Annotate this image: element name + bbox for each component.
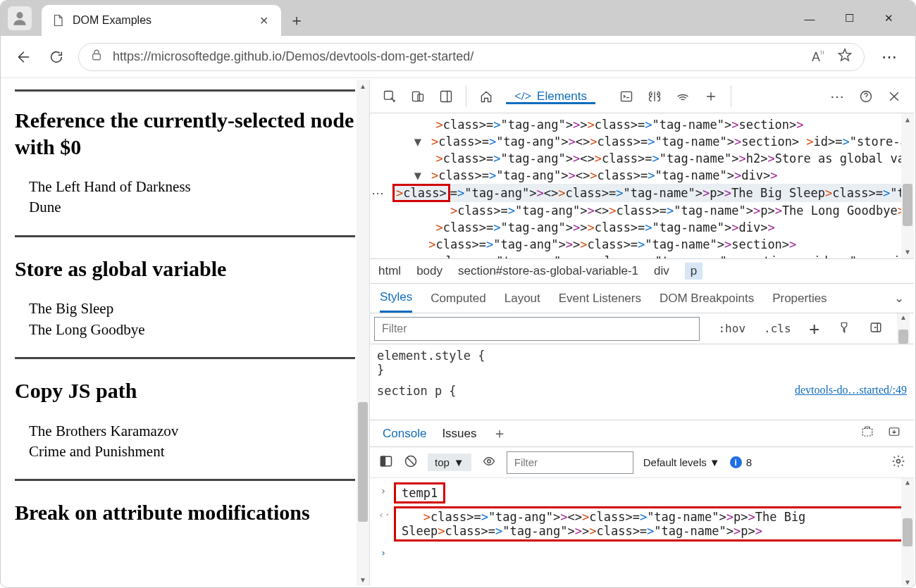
- element-style-close: }: [377, 363, 907, 377]
- dom-node[interactable]: ⋯ >class>=>"tag-ang">><>>class>=>"tag-na…: [392, 184, 901, 202]
- devtools-help-button[interactable]: [853, 84, 879, 109]
- window-minimize[interactable]: —: [800, 13, 819, 25]
- device-emulation-button[interactable]: [405, 84, 431, 109]
- cls-toggle[interactable]: .cls: [760, 322, 796, 335]
- styles-tabstrip: StylesComputedLayoutEvent ListenersDOM B…: [370, 284, 914, 313]
- chevron-down-icon: ▼: [454, 456, 464, 468]
- page-section: Break on attribute modifications: [15, 499, 355, 526]
- styles-toolbar: Filter :hov .cls + ▲: [370, 313, 914, 344]
- drawer-expand-icon[interactable]: [860, 425, 874, 442]
- address-bar[interactable]: https://microsoftedge.github.io/Demos/de…: [78, 43, 865, 71]
- toggle-common-rendering-icon[interactable]: [834, 321, 855, 337]
- styles-tab[interactable]: Properties: [772, 292, 827, 306]
- page-icon: [51, 13, 64, 28]
- console-panel-button[interactable]: [614, 84, 639, 109]
- css-selector: section p {: [377, 384, 457, 398]
- code-icon: </>: [514, 89, 531, 104]
- browser-tab-active[interactable]: DOM Examples ✕: [42, 5, 281, 36]
- window-maximize[interactable]: ☐: [839, 12, 859, 25]
- scroll-up-icon[interactable]: ▲: [357, 80, 369, 92]
- clear-console-button[interactable]: [404, 454, 418, 470]
- dom-node[interactable]: >class>=>"tag-ang">>>>class>=>"tag-name"…: [392, 219, 901, 236]
- styles-tab[interactable]: Computed: [431, 292, 485, 306]
- window-close[interactable]: ✕: [879, 12, 898, 25]
- breadcrumb-item[interactable]: div: [654, 264, 669, 278]
- breadcrumb-item[interactable]: section#store-as-global-variable-1: [458, 264, 638, 278]
- breadcrumb-item[interactable]: p: [685, 263, 703, 280]
- dock-side-button[interactable]: [433, 84, 459, 109]
- computed-sidebar-toggle-icon[interactable]: [865, 321, 887, 337]
- list-item: The Long Goodbye: [29, 320, 355, 340]
- section-heading: Reference the currently-selected node wi…: [15, 107, 355, 160]
- live-expression-button[interactable]: [481, 455, 497, 470]
- network-panel-button[interactable]: [670, 84, 695, 109]
- dom-scrollbar[interactable]: ▲ ▼: [901, 113, 914, 258]
- styles-tab[interactable]: Styles: [380, 284, 412, 313]
- css-source-link[interactable]: devtools-do…started/:49: [795, 384, 907, 396]
- console-context-selector[interactable]: top▼: [428, 453, 471, 471]
- dom-node[interactable]: >class>=>"tag-ang">><>>class>=>"tag-name…: [392, 150, 901, 167]
- issues-counter[interactable]: i 8: [730, 456, 752, 468]
- scroll-thumb[interactable]: [358, 402, 368, 522]
- svg-rect-12: [381, 456, 385, 465]
- dom-tree[interactable]: >class>=>"tag-ang">>>>class>=>"tag-name"…: [370, 113, 914, 258]
- styles-tab[interactable]: Layout: [505, 292, 540, 306]
- dom-node[interactable]: >class>=>"tag-ang">><>>class>=>"tag-name…: [392, 202, 901, 219]
- hov-toggle[interactable]: :hov: [714, 322, 750, 335]
- dom-breadcrumb[interactable]: htmlbodysection#store-as-global-variable…: [370, 258, 914, 284]
- section-heading: Copy JS path: [15, 377, 355, 404]
- drawer-collapse-icon[interactable]: [887, 425, 901, 442]
- breadcrumb-item[interactable]: html: [378, 264, 401, 278]
- console-input-row: ›temp1: [370, 481, 914, 505]
- console-prompt[interactable]: ›: [370, 543, 914, 560]
- drawer-add-tab[interactable]: ＋: [493, 424, 507, 443]
- refresh-button[interactable]: [44, 45, 68, 69]
- page-body: Reference the currently-selected node wi…: [2, 80, 357, 586]
- styles-tab[interactable]: Event Listeners: [559, 292, 641, 306]
- info-badge-icon: i: [730, 456, 742, 468]
- url-text: https://microsoftedge.github.io/Demos/de…: [113, 49, 792, 64]
- dom-node[interactable]: >class>=>"tag-ang">>>>class>=>"tag-name"…: [392, 116, 901, 133]
- console-settings-button[interactable]: [891, 454, 905, 470]
- console-output[interactable]: ›temp1‹· >class>=>"tag-ang">><>>class>=>…: [370, 478, 914, 586]
- devtools-close-button[interactable]: [881, 84, 907, 109]
- breadcrumb-item[interactable]: body: [416, 264, 442, 278]
- styles-tabs-overflow[interactable]: ⌄: [894, 291, 904, 306]
- console-toolbar: top▼ Filter Default levels ▼ i 8: [370, 447, 914, 478]
- elements-tab[interactable]: </> Elements: [502, 89, 600, 104]
- issues-tab[interactable]: Issues: [442, 427, 476, 441]
- log-levels-selector[interactable]: Default levels ▼: [643, 456, 720, 468]
- section-heading: Break on attribute modifications: [15, 499, 355, 526]
- sources-panel-button[interactable]: [642, 84, 667, 109]
- styles-rules[interactable]: element.style { } section p { devtools-d…: [370, 344, 914, 420]
- page-scrollbar[interactable]: ▲ ▼: [357, 80, 369, 586]
- console-sidebar-toggle[interactable]: [378, 454, 394, 470]
- styles-filter-input[interactable]: Filter: [374, 317, 700, 341]
- favorite-icon[interactable]: [837, 47, 853, 66]
- lock-icon: [90, 49, 103, 65]
- svg-point-15: [897, 460, 900, 463]
- window-titlebar: DOM Examples ✕ ＋ — ☐ ✕: [1, 1, 915, 36]
- inspect-element-button[interactable]: [377, 84, 402, 109]
- console-scrollbar[interactable]: ▲▼: [901, 478, 914, 586]
- devtools-more-button[interactable]: ⋯: [825, 84, 850, 109]
- tab-close-button[interactable]: ✕: [256, 11, 271, 30]
- welcome-tab[interactable]: [474, 84, 499, 109]
- dom-node[interactable]: ▼ >class>=>"tag-ang">><>>class>=>"tag-na…: [392, 167, 901, 184]
- tab-label: Elements: [537, 89, 587, 104]
- dom-node[interactable]: ▶ >class>=>"tag-ang">><>>class>=>"tag-na…: [392, 253, 901, 258]
- add-panel-button[interactable]: [698, 84, 724, 109]
- dom-node[interactable]: >class>=>"tag-ang">>>>class>=>"tag-name"…: [392, 236, 901, 253]
- console-filter-input[interactable]: Filter: [507, 451, 633, 474]
- styles-tab[interactable]: DOM Breakpoints: [660, 292, 754, 306]
- read-aloud-icon[interactable]: A⁾⁾: [812, 49, 824, 65]
- profile-button[interactable]: [8, 6, 32, 30]
- styles-scrollbar[interactable]: ▲: [897, 313, 910, 344]
- scroll-down-icon[interactable]: ▼: [357, 573, 369, 586]
- back-button[interactable]: [11, 45, 35, 69]
- dom-node[interactable]: ▼ >class>=>"tag-ang">><>>class>=>"tag-na…: [392, 133, 901, 150]
- browser-menu-button[interactable]: ⋯: [874, 48, 905, 66]
- new-tab-button[interactable]: ＋: [281, 5, 312, 36]
- console-tab[interactable]: Console: [383, 427, 426, 441]
- new-style-rule-button[interactable]: +: [805, 319, 824, 339]
